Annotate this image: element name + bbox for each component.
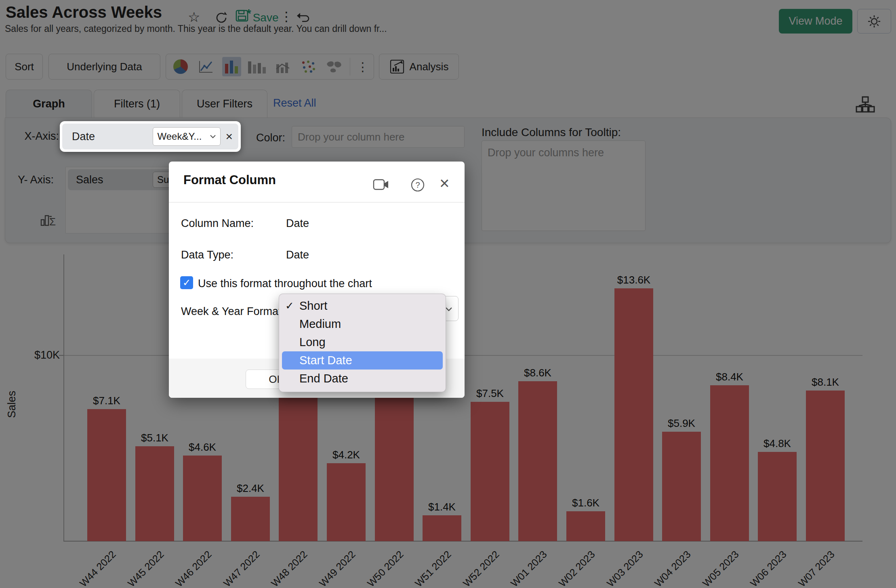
svg-text:?: ? bbox=[415, 181, 420, 189]
data-type-value: Date bbox=[286, 249, 309, 261]
menu-option-end-date[interactable]: End Date bbox=[279, 370, 446, 388]
dialog-title: Format Column bbox=[183, 173, 276, 187]
chevron-down-icon bbox=[445, 307, 452, 311]
remove-x-field-icon[interactable]: × bbox=[225, 130, 233, 143]
use-format-checkbox[interactable]: ✓ bbox=[180, 276, 193, 289]
menu-option-long[interactable]: Long bbox=[279, 333, 446, 351]
column-name-label: Column Name: bbox=[181, 217, 254, 230]
data-type-label: Data Type: bbox=[181, 249, 233, 261]
dialog-divider bbox=[169, 202, 465, 203]
x-axis-field-spotlight: Date Week&Y... × bbox=[60, 121, 241, 152]
chevron-down-icon bbox=[210, 134, 216, 139]
menu-option-medium[interactable]: Medium bbox=[279, 315, 446, 333]
help-icon[interactable]: ? bbox=[410, 178, 425, 192]
video-help-icon[interactable] bbox=[373, 178, 390, 191]
x-axis-field-pill[interactable]: Date Week&Y... × bbox=[62, 124, 238, 149]
use-format-checkbox-label: Use this format throughout the chart bbox=[198, 277, 372, 290]
menu-option-short[interactable]: ✓Short bbox=[279, 297, 446, 315]
x-format-select[interactable]: Week&Y... bbox=[153, 127, 221, 146]
dialog-close-icon[interactable]: × bbox=[440, 174, 450, 193]
check-icon: ✓ bbox=[285, 297, 294, 315]
format-options-menu: ✓ShortMediumLongStart DateEnd Date bbox=[279, 294, 446, 392]
x-field-name: Date bbox=[72, 130, 95, 143]
week-year-format-label: Week & Year Format: bbox=[181, 305, 284, 318]
menu-option-start-date[interactable]: Start Date bbox=[282, 351, 443, 370]
column-name-value: Date bbox=[286, 217, 309, 230]
